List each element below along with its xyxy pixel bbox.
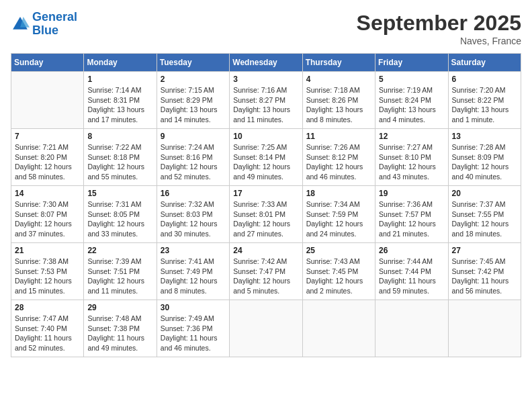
day-info: Sunrise: 7:47 AMSunset: 7:40 PMDaylight:… xyxy=(15,314,80,353)
day-cell: 14Sunrise: 7:30 AMSunset: 8:07 PMDayligh… xyxy=(11,186,84,243)
day-info: Sunrise: 7:36 AMSunset: 7:57 PMDaylight:… xyxy=(379,199,444,239)
day-cell: 6Sunrise: 7:20 AMSunset: 8:22 PMDaylight… xyxy=(448,72,521,129)
day-number: 13 xyxy=(452,132,517,141)
day-number: 4 xyxy=(306,75,371,84)
day-info: Sunrise: 7:33 AMSunset: 8:01 PMDaylight:… xyxy=(233,199,298,239)
logo-icon xyxy=(11,15,30,34)
day-info: Sunrise: 7:44 AMSunset: 7:44 PMDaylight:… xyxy=(379,257,444,296)
logo-general: General xyxy=(32,10,77,24)
day-cell: 3Sunrise: 7:16 AMSunset: 8:27 PMDaylight… xyxy=(230,72,302,129)
day-cell: 1Sunrise: 7:14 AMSunset: 8:31 PMDaylight… xyxy=(84,72,157,129)
day-number: 5 xyxy=(379,75,444,84)
day-number: 11 xyxy=(306,132,371,141)
day-cell xyxy=(230,300,302,357)
day-info: Sunrise: 7:18 AMSunset: 8:26 PMDaylight:… xyxy=(306,85,371,125)
header-tuesday: Tuesday xyxy=(157,54,229,72)
day-cell: 26Sunrise: 7:44 AMSunset: 7:44 PMDayligh… xyxy=(375,243,448,300)
day-number: 22 xyxy=(87,246,152,255)
day-cell: 20Sunrise: 7:37 AMSunset: 7:55 PMDayligh… xyxy=(448,186,521,243)
page-header: General Blue September 2025 Naves, Franc… xyxy=(11,11,521,46)
week-row-3: 14Sunrise: 7:30 AMSunset: 8:07 PMDayligh… xyxy=(11,186,521,243)
day-info: Sunrise: 7:39 AMSunset: 7:51 PMDaylight:… xyxy=(87,257,152,296)
day-number: 27 xyxy=(452,246,517,255)
header-saturday: Saturday xyxy=(448,54,521,72)
day-number: 28 xyxy=(15,303,80,312)
day-cell: 11Sunrise: 7:26 AMSunset: 8:12 PMDayligh… xyxy=(302,129,375,186)
day-info: Sunrise: 7:34 AMSunset: 7:59 PMDaylight:… xyxy=(306,199,371,239)
title-block: September 2025 Naves, France xyxy=(357,11,521,46)
day-cell: 24Sunrise: 7:42 AMSunset: 7:47 PMDayligh… xyxy=(230,243,302,300)
day-number: 9 xyxy=(161,132,226,141)
week-row-1: 1Sunrise: 7:14 AMSunset: 8:31 PMDaylight… xyxy=(11,72,521,129)
day-cell: 10Sunrise: 7:25 AMSunset: 8:14 PMDayligh… xyxy=(230,129,302,186)
day-info: Sunrise: 7:41 AMSunset: 7:49 PMDaylight:… xyxy=(161,257,226,296)
day-number: 30 xyxy=(161,303,226,312)
calendar-header-row: SundayMondayTuesdayWednesdayThursdayFrid… xyxy=(11,54,521,72)
day-cell: 2Sunrise: 7:15 AMSunset: 8:29 PMDaylight… xyxy=(157,72,229,129)
day-cell: 13Sunrise: 7:28 AMSunset: 8:09 PMDayligh… xyxy=(448,129,521,186)
day-info: Sunrise: 7:27 AMSunset: 8:10 PMDaylight:… xyxy=(379,142,444,182)
header-sunday: Sunday xyxy=(11,54,84,72)
day-info: Sunrise: 7:38 AMSunset: 7:53 PMDaylight:… xyxy=(15,257,80,296)
day-number: 8 xyxy=(87,132,152,141)
logo-blue: Blue xyxy=(32,24,58,37)
day-info: Sunrise: 7:37 AMSunset: 7:55 PMDaylight:… xyxy=(452,199,517,239)
day-info: Sunrise: 7:19 AMSunset: 8:24 PMDaylight:… xyxy=(379,85,444,125)
day-number: 14 xyxy=(15,189,80,198)
day-number: 10 xyxy=(233,132,298,141)
day-info: Sunrise: 7:20 AMSunset: 8:22 PMDaylight:… xyxy=(452,85,517,125)
logo-text: General Blue xyxy=(32,11,77,38)
day-cell: 25Sunrise: 7:43 AMSunset: 7:45 PMDayligh… xyxy=(302,243,375,300)
day-info: Sunrise: 7:14 AMSunset: 8:31 PMDaylight:… xyxy=(87,85,152,125)
week-row-4: 21Sunrise: 7:38 AMSunset: 7:53 PMDayligh… xyxy=(11,243,521,300)
day-number: 18 xyxy=(306,189,371,198)
day-info: Sunrise: 7:31 AMSunset: 8:05 PMDaylight:… xyxy=(87,199,152,239)
day-number: 15 xyxy=(87,189,152,198)
day-cell: 9Sunrise: 7:24 AMSunset: 8:16 PMDaylight… xyxy=(157,129,229,186)
day-cell xyxy=(448,300,521,357)
day-number: 17 xyxy=(233,189,298,198)
day-info: Sunrise: 7:16 AMSunset: 8:27 PMDaylight:… xyxy=(233,85,298,125)
day-cell: 16Sunrise: 7:32 AMSunset: 8:03 PMDayligh… xyxy=(157,186,229,243)
day-number: 23 xyxy=(161,246,226,255)
header-monday: Monday xyxy=(84,54,157,72)
day-number: 24 xyxy=(233,246,298,255)
day-cell: 7Sunrise: 7:21 AMSunset: 8:20 PMDaylight… xyxy=(11,129,84,186)
day-cell: 22Sunrise: 7:39 AMSunset: 7:51 PMDayligh… xyxy=(84,243,157,300)
month-title: September 2025 xyxy=(357,11,521,36)
location: Naves, France xyxy=(357,36,521,46)
day-number: 29 xyxy=(87,303,152,312)
day-info: Sunrise: 7:30 AMSunset: 8:07 PMDaylight:… xyxy=(15,199,80,239)
day-number: 3 xyxy=(233,75,298,84)
day-cell: 19Sunrise: 7:36 AMSunset: 7:57 PMDayligh… xyxy=(375,186,448,243)
day-cell: 4Sunrise: 7:18 AMSunset: 8:26 PMDaylight… xyxy=(302,72,375,129)
day-cell xyxy=(11,72,84,129)
day-cell: 17Sunrise: 7:33 AMSunset: 8:01 PMDayligh… xyxy=(230,186,302,243)
day-number: 25 xyxy=(306,246,371,255)
calendar-table: SundayMondayTuesdayWednesdayThursdayFrid… xyxy=(11,53,521,357)
day-info: Sunrise: 7:25 AMSunset: 8:14 PMDaylight:… xyxy=(233,142,298,182)
day-number: 12 xyxy=(379,132,444,141)
day-info: Sunrise: 7:15 AMSunset: 8:29 PMDaylight:… xyxy=(161,85,226,125)
header-thursday: Thursday xyxy=(302,54,375,72)
day-info: Sunrise: 7:21 AMSunset: 8:20 PMDaylight:… xyxy=(15,142,80,182)
day-number: 26 xyxy=(379,246,444,255)
week-row-2: 7Sunrise: 7:21 AMSunset: 8:20 PMDaylight… xyxy=(11,129,521,186)
day-cell: 27Sunrise: 7:45 AMSunset: 7:42 PMDayligh… xyxy=(448,243,521,300)
day-info: Sunrise: 7:45 AMSunset: 7:42 PMDaylight:… xyxy=(452,257,517,296)
day-cell: 18Sunrise: 7:34 AMSunset: 7:59 PMDayligh… xyxy=(302,186,375,243)
day-cell: 15Sunrise: 7:31 AMSunset: 8:05 PMDayligh… xyxy=(84,186,157,243)
day-number: 21 xyxy=(15,246,80,255)
day-number: 2 xyxy=(161,75,226,84)
day-info: Sunrise: 7:43 AMSunset: 7:45 PMDaylight:… xyxy=(306,257,371,296)
day-info: Sunrise: 7:24 AMSunset: 8:16 PMDaylight:… xyxy=(161,142,226,182)
day-cell: 29Sunrise: 7:48 AMSunset: 7:38 PMDayligh… xyxy=(84,300,157,357)
day-number: 7 xyxy=(15,132,80,141)
day-cell: 28Sunrise: 7:47 AMSunset: 7:40 PMDayligh… xyxy=(11,300,84,357)
day-info: Sunrise: 7:28 AMSunset: 8:09 PMDaylight:… xyxy=(452,142,517,182)
day-cell: 5Sunrise: 7:19 AMSunset: 8:24 PMDaylight… xyxy=(375,72,448,129)
day-number: 16 xyxy=(161,189,226,198)
day-cell xyxy=(302,300,375,357)
day-info: Sunrise: 7:49 AMSunset: 7:36 PMDaylight:… xyxy=(161,314,226,353)
day-cell xyxy=(375,300,448,357)
